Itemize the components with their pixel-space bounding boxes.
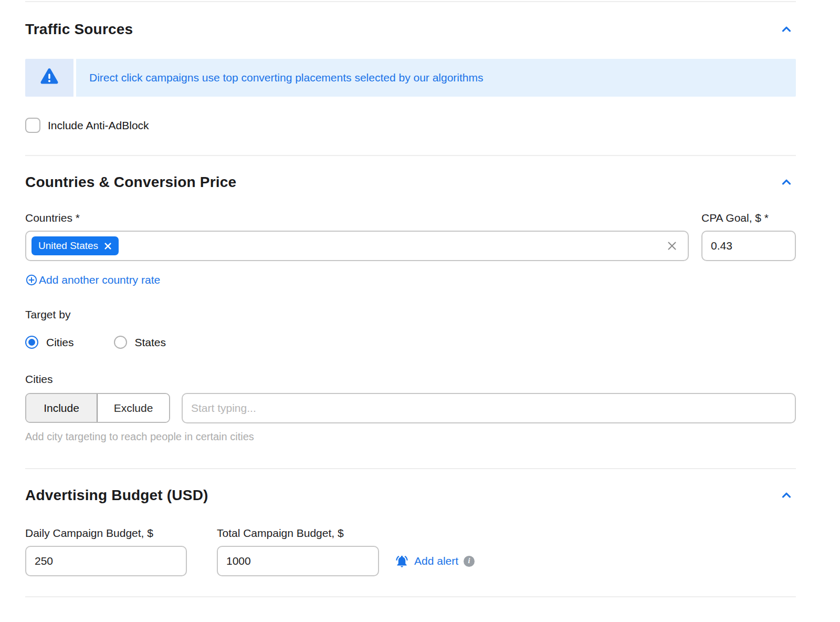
close-icon bbox=[666, 240, 678, 252]
countries-inputs-row: United States bbox=[25, 231, 796, 261]
countries-label: Countries * bbox=[25, 212, 701, 224]
country-chip-label: United States bbox=[38, 240, 98, 252]
campaign-settings-page: Traffic Sources Direct click campaigns u… bbox=[25, 0, 796, 597]
bell-icon bbox=[395, 554, 409, 568]
chevron-up-icon bbox=[780, 175, 793, 190]
clear-countries-button[interactable] bbox=[666, 240, 678, 252]
cpa-goal-input[interactable] bbox=[701, 231, 796, 261]
countries-collapse-button[interactable] bbox=[778, 174, 795, 191]
cpa-goal-label: CPA Goal, $ * bbox=[701, 212, 796, 224]
countries-section-title: Countries & Conversion Price bbox=[25, 174, 236, 191]
cities-label: Cities bbox=[25, 373, 796, 386]
budget-section-title: Advertising Budget (USD) bbox=[25, 487, 208, 504]
daily-budget-input[interactable] bbox=[25, 546, 187, 576]
country-chip: United States bbox=[32, 236, 119, 255]
info-icon[interactable]: i bbox=[464, 556, 475, 567]
exclude-segment-button[interactable]: Exclude bbox=[98, 394, 169, 422]
cities-search-input[interactable] bbox=[182, 393, 796, 423]
budget-section-header: Advertising Budget (USD) bbox=[25, 487, 796, 504]
radio-cities-label: Cities bbox=[46, 336, 74, 349]
radio-states-label: States bbox=[135, 336, 166, 349]
countries-multiselect[interactable]: United States bbox=[25, 231, 689, 261]
target-by-radio-group: Cities States bbox=[25, 336, 796, 349]
countries-labels-row: Countries * CPA Goal, $ * bbox=[25, 212, 796, 224]
plus-circle-icon bbox=[25, 274, 38, 286]
traffic-sources-collapse-button[interactable] bbox=[778, 21, 795, 38]
add-country-row: Add another country rate bbox=[25, 274, 796, 286]
total-budget-label: Total Campaign Budget, $ bbox=[217, 527, 344, 540]
total-budget-input[interactable] bbox=[217, 546, 379, 576]
target-by-label: Target by bbox=[25, 308, 796, 321]
add-alert-group: Add alert i bbox=[395, 554, 475, 568]
anti-adblock-label: Include Anti-AdBlock bbox=[48, 119, 149, 132]
chevron-up-icon bbox=[780, 22, 793, 37]
info-banner: Direct click campaigns use top convertin… bbox=[25, 59, 796, 97]
cities-controls-row: Include Exclude bbox=[25, 393, 796, 423]
top-divider bbox=[25, 1, 796, 2]
radio-selected-icon bbox=[25, 336, 38, 349]
traffic-sources-section-header: Traffic Sources bbox=[25, 21, 796, 38]
banner-text-cell: Direct click campaigns use top convertin… bbox=[76, 59, 796, 97]
include-segment-button[interactable]: Include bbox=[26, 394, 98, 422]
daily-budget-label: Daily Campaign Budget, $ bbox=[25, 527, 187, 540]
warning-triangle-icon bbox=[39, 66, 60, 89]
chevron-up-icon bbox=[780, 488, 793, 503]
budget-inputs-row: Add alert i bbox=[25, 546, 796, 576]
traffic-sources-title: Traffic Sources bbox=[25, 21, 133, 38]
radio-unselected-icon bbox=[114, 336, 127, 349]
anti-adblock-row: Include Anti-AdBlock bbox=[25, 118, 796, 133]
budget-labels-row: Daily Campaign Budget, $ Total Campaign … bbox=[25, 527, 796, 540]
cities-hint: Add city targeting to reach people in ce… bbox=[25, 431, 796, 443]
section-divider bbox=[25, 155, 796, 156]
countries-section-header: Countries & Conversion Price bbox=[25, 174, 796, 191]
banner-icon-cell bbox=[25, 59, 74, 97]
remove-country-icon[interactable] bbox=[104, 242, 112, 250]
section-divider bbox=[25, 468, 796, 469]
include-exclude-toggle: Include Exclude bbox=[25, 393, 170, 423]
bottom-divider bbox=[25, 596, 796, 597]
radio-option-cities[interactable]: Cities bbox=[25, 336, 74, 349]
radio-option-states[interactable]: States bbox=[114, 336, 166, 349]
banner-message: Direct click campaigns use top convertin… bbox=[89, 71, 484, 84]
add-country-rate-link[interactable]: Add another country rate bbox=[25, 274, 160, 286]
anti-adblock-checkbox[interactable] bbox=[25, 118, 40, 133]
add-alert-link[interactable]: Add alert bbox=[414, 555, 458, 567]
add-country-rate-label: Add another country rate bbox=[39, 274, 160, 286]
budget-collapse-button[interactable] bbox=[778, 487, 795, 504]
